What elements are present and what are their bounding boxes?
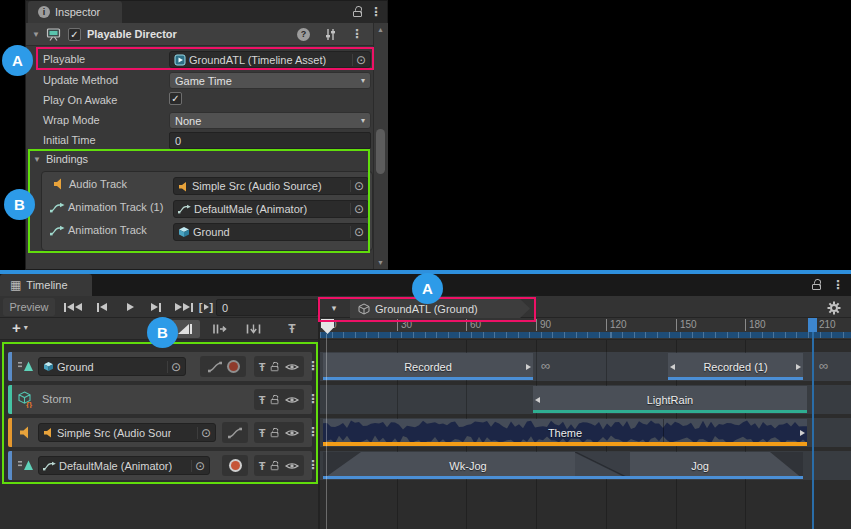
lock-icon[interactable] xyxy=(812,279,822,290)
playhead-line xyxy=(326,334,327,529)
mix-mode-icon xyxy=(178,324,189,334)
tab-inspector[interactable]: i Inspector xyxy=(28,1,122,23)
marker-toggle-button[interactable]: Ŧ xyxy=(280,320,304,338)
extrapolation-infinity-icon: ∞ xyxy=(819,358,828,373)
gear-icon[interactable] xyxy=(827,301,841,315)
pin-icon: Ŧ xyxy=(288,322,295,336)
clip-label: Theme xyxy=(548,427,582,439)
play-on-awake-checkbox[interactable]: ✓ xyxy=(169,92,182,105)
scroll-up-icon[interactable]: ▲ xyxy=(377,26,384,33)
clip-label: Wk-Jog xyxy=(449,460,486,472)
clip-lightrain[interactable]: LightRain xyxy=(533,386,807,413)
clip-recorded[interactable]: Recorded xyxy=(323,353,533,380)
wrap-mode-label: Wrap Mode xyxy=(43,114,100,126)
lock-icon[interactable] xyxy=(353,6,363,17)
update-method-dropdown[interactable]: Game Time ▾ xyxy=(169,72,371,89)
previous-frame-button[interactable] xyxy=(90,298,114,316)
annotation-badge-b: B xyxy=(4,189,35,220)
crossfade-icon xyxy=(575,452,630,479)
chevron-down-icon: ▾ xyxy=(24,323,28,332)
clip-crossfade[interactable] xyxy=(575,452,630,479)
component-enabled-checkbox[interactable]: ✓ xyxy=(68,28,81,41)
help-icon[interactable]: ? xyxy=(297,28,310,41)
wrap-mode-value: None xyxy=(175,115,201,127)
ripple-mode-icon xyxy=(212,323,227,335)
component-kebab-icon[interactable]: ⋮ xyxy=(351,28,363,40)
inspector-tabbar: i Inspector ⋮ xyxy=(26,1,387,23)
tick-label: 150 xyxy=(676,319,697,331)
clip-accent-bar xyxy=(323,377,533,380)
initial-time-field[interactable]: 0 xyxy=(169,132,371,149)
scrollbar-thumb[interactable] xyxy=(376,129,385,174)
timeline-end-marker[interactable] xyxy=(808,318,817,332)
play-on-awake-label: Play On Awake xyxy=(43,94,117,106)
clip-label: LightRain xyxy=(647,394,693,406)
clip-label: Recorded (1) xyxy=(703,361,767,373)
annotation-badge-a-timeline: A xyxy=(412,273,443,304)
clip-wkjog[interactable]: Wk-Jog xyxy=(361,452,575,479)
preview-label: Preview xyxy=(9,301,48,313)
unity-editor-screenshot: i Inspector ⋮ ▼ ✓ Playable Director ? xyxy=(0,0,851,529)
clip-theme-audio[interactable]: Theme xyxy=(323,419,807,446)
foldout-icon[interactable]: ▼ xyxy=(32,30,40,39)
chevron-down-icon: ▾ xyxy=(361,76,365,85)
tick-label: 210 xyxy=(815,319,836,331)
preview-toggle-button[interactable]: Preview xyxy=(3,298,55,316)
goto-end-button[interactable] xyxy=(170,298,198,316)
playable-director-icon xyxy=(46,28,62,41)
current-time-field[interactable]: 0 xyxy=(216,299,318,316)
clip-recorded-1[interactable]: Recorded (1) xyxy=(668,353,803,380)
tab-inspector-label: Inspector xyxy=(55,6,100,18)
replace-mode-icon xyxy=(246,323,261,335)
ruler-duration-band xyxy=(320,332,851,338)
annotation-badge-a: A xyxy=(2,45,33,76)
kebab-menu-icon[interactable]: ⋮ xyxy=(832,279,844,291)
bracket-icon: ] xyxy=(210,301,214,313)
ripple-mode-button[interactable] xyxy=(204,320,234,338)
scroll-down-icon[interactable]: ▼ xyxy=(377,259,384,266)
add-track-button[interactable]: + ▾ xyxy=(12,320,28,335)
clip-accent-bar xyxy=(533,410,807,413)
tab-timeline[interactable]: ▦ Timeline xyxy=(0,274,92,296)
wrap-mode-dropdown[interactable]: None ▾ xyxy=(169,112,371,129)
clip-accent-bar xyxy=(323,442,807,446)
annotation-box-playable xyxy=(36,47,374,70)
tick-label: 90 xyxy=(536,319,551,331)
film-icon: ▦ xyxy=(10,278,21,292)
extrapolation-infinity-icon: ∞ xyxy=(541,358,550,373)
update-method-value: Game Time xyxy=(175,75,232,87)
inspector-scrollbar[interactable]: ▲ ▼ xyxy=(373,23,388,269)
tick-label: 120 xyxy=(606,319,627,331)
plus-icon: + xyxy=(12,320,21,335)
clip-accent-bar xyxy=(668,377,803,380)
timeline-end-line xyxy=(812,332,814,529)
component-header: ▼ ✓ Playable Director ? ⋮ xyxy=(26,23,373,46)
clip-edge-arrow-icon xyxy=(535,397,540,403)
kebab-menu-icon[interactable]: ⋮ xyxy=(370,6,382,18)
bracket-icon: [ xyxy=(199,301,203,313)
clip-label: Recorded xyxy=(404,361,452,373)
component-title: Playable Director xyxy=(87,28,177,40)
clip-edge-arrow-icon xyxy=(670,364,675,370)
clip-edge-arrow-icon xyxy=(526,364,531,370)
replace-mode-button[interactable] xyxy=(238,320,268,338)
tab-timeline-label: Timeline xyxy=(26,279,67,291)
clip-label: Jog xyxy=(691,460,709,472)
presets-icon[interactable] xyxy=(324,28,337,41)
clip-edge-arrow-icon xyxy=(800,430,805,436)
annotation-box-tracklist xyxy=(2,342,318,484)
annotation-badge-b-timeline: B xyxy=(147,317,178,348)
play-button[interactable] xyxy=(118,298,142,316)
clip-ease-in xyxy=(323,452,361,479)
play-range-button[interactable]: [ ] xyxy=(198,298,214,316)
goto-start-button[interactable] xyxy=(60,298,86,316)
tick-label: 180 xyxy=(745,319,766,331)
next-frame-button[interactable] xyxy=(144,298,168,316)
clip-edge-arrow-icon xyxy=(796,364,801,370)
clip-ease-out xyxy=(770,452,803,479)
update-method-label: Update Method xyxy=(43,74,118,86)
clip-accent-bar xyxy=(323,476,803,479)
chevron-down-icon: ▾ xyxy=(361,116,365,125)
initial-time-label: Initial Time xyxy=(43,134,96,146)
clip-jog[interactable]: Jog xyxy=(630,452,770,479)
